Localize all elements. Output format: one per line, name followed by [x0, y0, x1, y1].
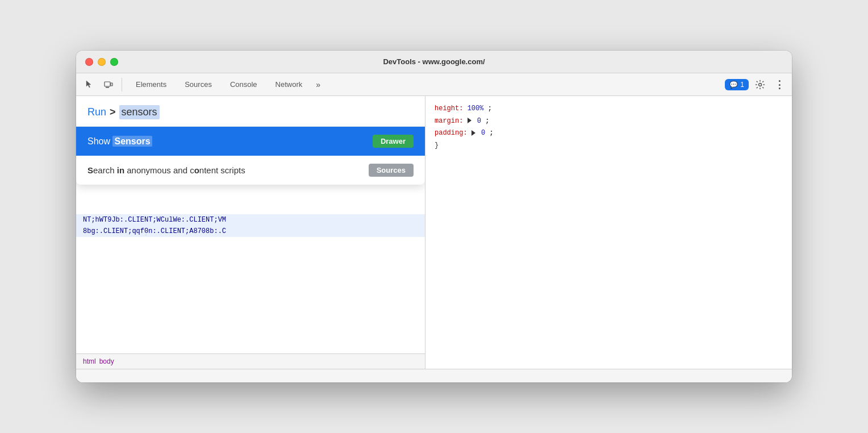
maximize-button[interactable] — [110, 58, 118, 66]
toolbar-tabs: Elements Sources Console Network » — [127, 77, 723, 92]
result1-highlight: Sensors — [112, 136, 152, 147]
minimize-button[interactable] — [98, 58, 106, 66]
title-bar: DevTools - www.google.com/ — [76, 51, 792, 73]
result2-in: in — [117, 165, 124, 175]
css-closing-brace: } — [435, 140, 783, 152]
breadcrumb-bar: html body — [76, 353, 425, 369]
run-label: Run — [87, 106, 106, 118]
result2-anon: anonymous and c — [124, 165, 194, 175]
more-options-button[interactable]: ⋮ — [771, 77, 787, 93]
chat-icon: 💬 — [729, 81, 738, 89]
resize-icon: ⋮ — [143, 230, 149, 236]
css-margin-semi: ; — [485, 117, 489, 125]
svg-rect-1 — [111, 83, 112, 86]
devtools-window: DevTools - www.google.com/ Elements Sour… — [76, 51, 792, 382]
drawer-tag: Drawer — [373, 135, 414, 148]
tab-sources[interactable]: Sources — [176, 77, 221, 92]
command-result-search-scripts[interactable]: Search in anonymous and content scripts … — [76, 156, 425, 185]
command-query: sensors — [119, 105, 160, 119]
window-title: DevTools - www.google.com/ — [383, 57, 485, 66]
result2-earch: earch — [93, 165, 117, 175]
styles-content: height: 100% ; margin: 0 ; padding: — [435, 103, 783, 152]
breadcrumb-body[interactable]: body — [99, 357, 114, 365]
traffic-lights — [85, 58, 118, 66]
css-height-semi: ; — [488, 105, 492, 113]
close-button[interactable] — [85, 58, 93, 66]
toolbar-divider — [122, 78, 122, 91]
chat-badge[interactable]: 💬 1 — [725, 79, 749, 90]
tab-more[interactable]: » — [311, 78, 325, 91]
devtools-toolbar: Elements Sources Console Network » 💬 1 ⋮ — [76, 73, 792, 96]
css-margin-val: 0 — [477, 117, 481, 125]
tab-network[interactable]: Network — [266, 77, 312, 92]
right-panel: height: 100% ; margin: 0 ; padding: — [425, 96, 792, 369]
css-margin-line: margin: 0 ; — [435, 115, 783, 128]
tab-console[interactable]: Console — [221, 77, 266, 92]
css-margin-prop: margin: — [435, 117, 463, 125]
left-panel: Run > sensors Show Sensors Drawer Search… — [76, 96, 425, 369]
dom-content: NT;hWT9Jb:.CLIENT;WCulWe:.CLIENT;VM 8bg:… — [76, 210, 425, 242]
result1-show: Show — [87, 136, 112, 146]
dom-line-1: NT;hWT9Jb:.CLIENT;WCulWe:.CLIENT;VM — [76, 214, 425, 226]
main-content: Run > sensors Show Sensors Drawer Search… — [76, 96, 792, 369]
toolbar-right: 💬 1 ⋮ — [725, 77, 787, 93]
command-result-show-sensors[interactable]: Show Sensors Drawer — [76, 127, 425, 156]
tab-elements[interactable]: Elements — [127, 77, 176, 92]
css-padding-line: padding: 0 ; — [435, 127, 783, 140]
device-toggle-button[interactable] — [100, 77, 117, 93]
result1-label: Show Sensors — [87, 136, 152, 147]
settings-button[interactable] — [752, 77, 768, 93]
css-padding-triangle — [471, 130, 475, 136]
command-chevron: > — [110, 106, 116, 118]
dom-text-1: NT;hWT9Jb:.CLIENT;WCulWe:.CLIENT;VM — [83, 216, 226, 224]
css-padding-semi: ; — [489, 129, 493, 137]
breadcrumb-html[interactable]: html — [83, 357, 96, 365]
svg-rect-0 — [105, 82, 110, 86]
result2-s: S — [87, 165, 93, 175]
status-bar — [76, 369, 792, 382]
css-margin-triangle — [468, 118, 471, 123]
result2-ntent: ntent scripts — [199, 165, 245, 175]
css-padding-val: 0 — [481, 129, 485, 137]
svg-rect-2 — [106, 87, 109, 88]
command-menu: Run > sensors Show Sensors Drawer Search… — [76, 96, 425, 185]
css-height-prop: height: — [435, 105, 463, 113]
css-height-line: height: 100% ; — [435, 103, 783, 115]
dom-text-2: 8bg:.CLIENT;qqf0n:.CLIENT;A8708b:.C — [83, 227, 226, 235]
css-height-val: 100% — [468, 105, 484, 113]
sources-tag: Sources — [369, 164, 414, 177]
chat-count: 1 — [740, 81, 744, 89]
cursor-icon-button[interactable] — [81, 77, 98, 93]
svg-point-3 — [759, 83, 762, 86]
css-padding-prop: padding: — [435, 129, 468, 137]
result2-label: Search in anonymous and content scripts — [87, 165, 245, 175]
closing-brace: } — [435, 141, 439, 149]
dom-line-2: 8bg:.CLIENT;qqf0n:.CLIENT;A8708b:.C — [76, 226, 425, 237]
command-input-row[interactable]: Run > sensors — [76, 96, 425, 127]
result2-o: o — [194, 165, 199, 175]
